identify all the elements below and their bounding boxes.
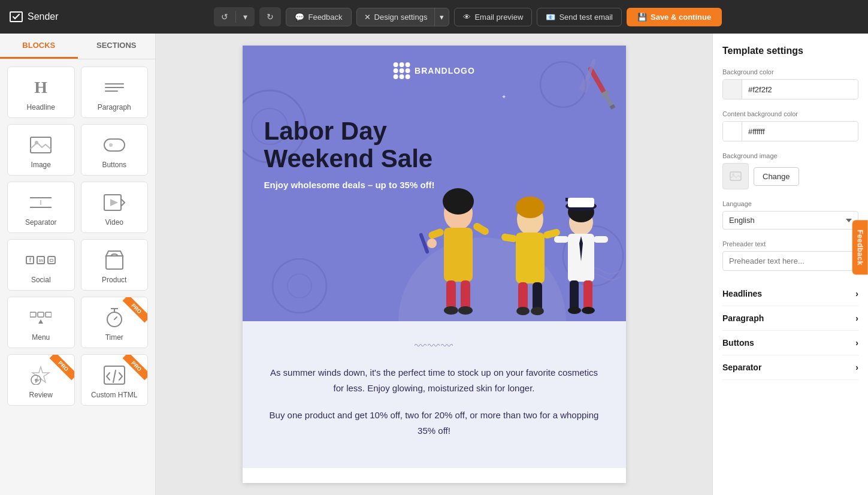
svg-rect-47: [516, 233, 545, 283]
svg-line-15: [114, 317, 117, 319]
sidebar-tabs: BLOCKS SECTIONS: [0, 34, 155, 59]
content-bg-color-swatch[interactable]: [723, 122, 742, 141]
block-image[interactable]: Image: [7, 124, 75, 176]
svg-point-42: [458, 306, 473, 315]
bg-image-row: Change: [722, 163, 858, 189]
svg-point-46: [516, 197, 545, 218]
timer-label: Timer: [105, 333, 123, 342]
topbar-center: ↺ ▾ ↻ 💬 Feedback ✕ Design settings ▾ 👁 E…: [78, 7, 858, 26]
separator-label: Separator: [25, 218, 57, 227]
svg-point-53: [531, 307, 544, 315]
undo-button[interactable]: ↺: [214, 7, 235, 26]
email-preview-button[interactable]: 👁 Email preview: [454, 8, 532, 26]
svg-rect-63: [570, 280, 579, 310]
settings-nav: Headlines › Paragraph › Buttons › Separa…: [722, 282, 858, 380]
left-sidebar: BLOCKS SECTIONS H Headline: [0, 34, 156, 495]
svg-rect-10: [46, 312, 52, 317]
design-settings-icon: ✕: [364, 13, 371, 22]
block-buttons[interactable]: Buttons: [81, 124, 149, 176]
language-select[interactable]: English Spanish French German Italian: [722, 211, 858, 230]
svg-rect-36: [444, 228, 473, 282]
redo-button[interactable]: ↻: [259, 7, 281, 26]
hero-logo: BRANDLOGO: [393, 62, 475, 79]
svg-marker-6: [110, 199, 118, 206]
block-timer[interactable]: Timer: [81, 297, 149, 348]
svg-rect-57: [568, 198, 594, 207]
body-paragraph-2: Buy one product and get 10% off, two for…: [267, 408, 602, 438]
design-settings-button[interactable]: ✕ Design settings: [357, 8, 435, 26]
chevron-right-icon: ›: [855, 313, 858, 323]
save-continue-button[interactable]: 💾 Save & continue: [627, 8, 722, 26]
undo-dropdown-button[interactable]: ▾: [236, 7, 255, 26]
block-headline[interactable]: H Headline: [7, 67, 75, 118]
email-canvas: ✦ ✦ ✦: [243, 46, 626, 483]
image-label: Image: [31, 161, 51, 169]
svg-rect-2: [104, 139, 125, 151]
block-video[interactable]: Video: [81, 182, 149, 233]
nav-paragraph[interactable]: Paragraph ›: [722, 306, 858, 331]
svg-point-43: [427, 239, 437, 248]
bg-color-row: #f2f2f2: [722, 79, 858, 99]
block-custom-html[interactable]: Custom HTML: [81, 354, 149, 406]
content-bg-color-input[interactable]: #ffffff: [742, 123, 858, 140]
nav-separator[interactable]: Separator ›: [722, 355, 858, 380]
block-review[interactable]: Review: [7, 354, 75, 406]
svg-rect-7: [106, 256, 123, 269]
buttons-label: Buttons: [102, 161, 126, 169]
svg-rect-9: [38, 312, 44, 317]
tab-blocks[interactable]: BLOCKS: [0, 34, 78, 59]
separator-icon: [29, 192, 53, 213]
product-label: Product: [102, 276, 126, 284]
send-icon: 📧: [546, 13, 555, 22]
svg-rect-50: [518, 282, 528, 311]
svg-point-52: [516, 307, 530, 315]
hero-title: Labor Day Weekend Sale: [264, 117, 444, 173]
bg-image-change-button[interactable]: Change: [754, 167, 799, 186]
feedback-side-tab[interactable]: Feedback: [852, 220, 867, 274]
nav-buttons[interactable]: Buttons ›: [722, 331, 858, 355]
menu-label: Menu: [32, 333, 50, 342]
svg-point-65: [568, 307, 581, 314]
bg-color-label: Background color: [722, 68, 858, 76]
design-settings-dropdown[interactable]: ▾: [434, 8, 449, 26]
logo-dots-icon: [393, 62, 410, 79]
block-product[interactable]: Product: [81, 239, 149, 291]
design-settings-group: ✕ Design settings ▾: [356, 8, 450, 26]
preheader-section: Preheader text: [722, 240, 858, 271]
svg-rect-48: [501, 233, 518, 243]
bg-color-swatch[interactable]: [723, 80, 742, 99]
svg-point-35: [443, 188, 474, 215]
language-label: Language: [722, 200, 858, 207]
nav-headlines[interactable]: Headlines ›: [722, 282, 858, 306]
social-icon: f in: [29, 249, 53, 271]
preheader-input[interactable]: [722, 251, 858, 271]
right-sidebar: Template settings Background color #f2f2…: [712, 34, 868, 495]
headline-icon: H: [29, 77, 53, 98]
buttons-icon: [102, 134, 126, 156]
svg-rect-33: [579, 79, 591, 93]
svg-marker-5: [121, 199, 125, 206]
svg-point-3: [109, 143, 113, 147]
send-test-email-button[interactable]: 📧 Send test email: [537, 8, 622, 26]
language-section: Language English Spanish French German I…: [722, 200, 858, 230]
tab-sections[interactable]: SECTIONS: [78, 34, 156, 59]
timer-pro-badge: [117, 297, 147, 327]
svg-rect-62: [594, 236, 608, 243]
review-pro-badge: [44, 355, 74, 385]
block-separator[interactable]: Separator: [7, 182, 75, 233]
block-paragraph[interactable]: Paragraph: [81, 67, 149, 118]
svg-point-41: [444, 306, 458, 315]
content-bg-color-row: #ffffff: [722, 121, 858, 141]
svg-rect-8: [30, 312, 36, 317]
block-social[interactable]: f in Social: [7, 239, 75, 291]
svg-line-21: [113, 370, 116, 382]
block-menu[interactable]: Menu: [7, 297, 75, 348]
image-icon: [29, 134, 53, 156]
svg-rect-51: [533, 282, 542, 311]
settings-title: Template settings: [722, 46, 858, 56]
svg-rect-38: [471, 222, 489, 236]
bg-color-input[interactable]: #f2f2f2: [742, 82, 858, 98]
bg-image-section: Background image Change: [722, 152, 858, 189]
feedback-button[interactable]: 💬 Feedback: [286, 8, 351, 26]
feedback-icon: 💬: [295, 13, 304, 22]
